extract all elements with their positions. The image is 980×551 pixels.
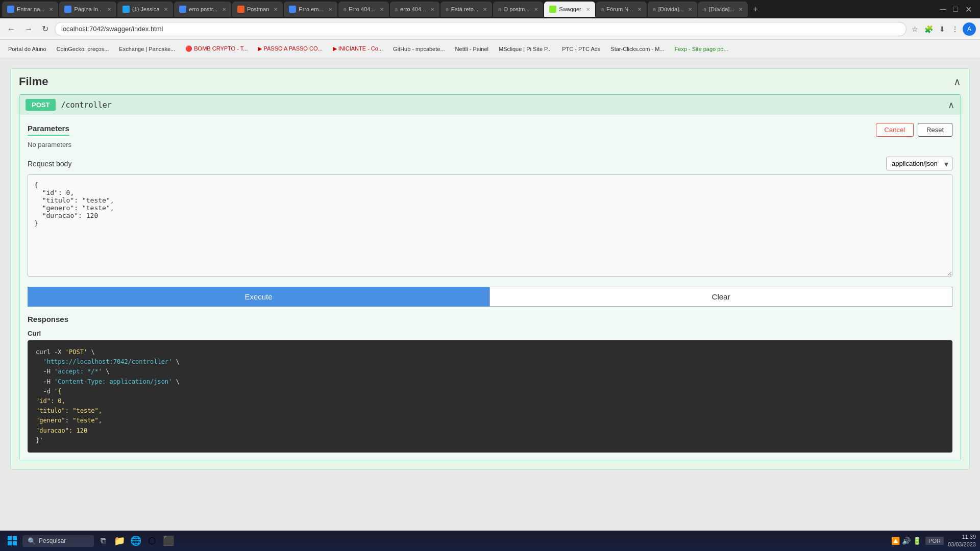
close-window-button[interactable]: ✕ [963,3,974,16]
tray-icons: 🔼 🔊 🔋 [891,537,921,545]
request-body-section: Request body application/json { "id": 0,… [28,157,952,279]
bookmarks-bar: Portal do Aluno CoinGecko: preços... Exc… [0,40,980,58]
maximize-button[interactable]: □ [951,3,960,16]
reload-button[interactable]: ↻ [39,22,52,36]
bookmark-star-button[interactable]: ☆ [910,23,920,35]
bookmark-starclicks[interactable]: Star-Clicks.com - M... [606,44,668,54]
tab-close-7[interactable]: ✕ [380,7,384,12]
bookmark-msclique[interactable]: MSclique | Pi Site P... [495,44,556,54]
battery-icon[interactable]: 🔋 [913,537,921,545]
bookmark-portal-aluno[interactable]: Portal do Aluno [4,44,51,54]
bookmark-iniciante[interactable]: ▶ INICIANTE - Co... [329,44,387,54]
tab-esta-reto[interactable]: a Está reto... ✕ [440,2,492,17]
downloads-button[interactable]: ⬇ [937,23,947,35]
address-bar[interactable]: localhost:7042/swagger/index.html [55,22,906,36]
params-header: Parameters Cancel Reset [28,123,952,137]
tab-close-10[interactable]: ✕ [534,7,538,12]
tab-erro-em[interactable]: Erro em... ✕ [284,2,337,17]
tab-close-3[interactable]: ✕ [164,7,168,12]
endpoint-collapse-icon[interactable]: ∧ [948,99,954,111]
tab-close-4[interactable]: ✕ [222,7,226,12]
tab-postman[interactable]: Postman ✕ [232,2,283,17]
bookmark-passo[interactable]: ▶ PASSO A PASSO CO... [254,44,326,54]
settings-button[interactable]: ⋮ [949,23,961,35]
tab-close-8[interactable]: ✕ [430,7,434,12]
tab-close[interactable]: ✕ [49,7,53,12]
swagger-filme-section: Filme ∧ POST /controller ∧ Parameters Ca… [10,68,970,470]
system-clock[interactable]: 11:39 03/03/2023 [948,533,976,549]
svg-rect-3 [13,541,17,545]
tab-forum[interactable]: a Fórum N... ✕ [596,2,647,17]
tab-jessica[interactable]: (1) Jessica ✕ [117,2,173,17]
tab-erro-postr[interactable]: erro postr... ✕ [174,2,231,17]
folder-icon: 📁 [114,535,125,546]
tab-erro404-2[interactable]: a erro 404... ✕ [390,2,440,17]
new-tab-button[interactable]: + [749,5,762,14]
req-body-title: Request body [28,160,71,168]
search-placeholder: Pesquisar [39,537,66,544]
swagger-section-header[interactable]: Filme ∧ [11,69,969,94]
json-body-editor[interactable]: { "id": 0, "titulo": "teste", "genero": … [28,174,952,277]
bookmark-bomb-crypto[interactable]: 🔴 BOMB CRYPTO - T... [181,44,252,54]
speaker-icon[interactable]: 🔊 [902,537,911,545]
params-title: Parameters [28,124,69,136]
tab-close-9[interactable]: ✕ [483,7,487,12]
reset-button[interactable]: Reset [918,123,952,137]
search-icon: 🔍 [28,537,36,545]
network-icon[interactable]: 🔼 [891,537,900,545]
tab-erro404-1[interactable]: a Erro 404... ✕ [338,2,389,17]
tab-close-6[interactable]: ✕ [328,7,332,12]
taskbar: 🔍 Pesquisar ⧉ 📁 🌐 ⬡ ⬛ 🔼 🔊 🔋 POR 11:39 03… [0,531,980,551]
vscode-button[interactable]: ⬡ [145,534,159,548]
bookmark-fexp[interactable]: Fexp - Site pago po... [670,44,732,54]
content-type-select[interactable]: application/json [886,157,952,170]
responses-section: Responses Curl curl -X 'POST' \ 'https:/… [28,315,952,453]
bookmark-coingecko[interactable]: CoinGecko: preços... [53,44,113,54]
clear-button[interactable]: Clear [489,287,952,307]
extensions-button[interactable]: 🧩 [922,23,935,35]
tab-pagina[interactable]: Página In... ✕ [59,2,116,17]
tab-close-12[interactable]: ✕ [638,7,642,12]
forward-button[interactable]: → [21,22,36,36]
taskview-button[interactable]: ⧉ [96,534,110,548]
browser-button[interactable]: 🌐 [129,534,143,548]
execute-button[interactable]: Execute [28,287,489,307]
terminal-icon: ⬛ [163,535,174,546]
responses-title: Responses [28,315,952,323]
tab-close-14[interactable]: ✕ [739,7,743,12]
bookmark-ptc[interactable]: PTC - PTC Ads [558,44,604,54]
svg-rect-2 [8,541,12,545]
language-badge[interactable]: POR [925,537,944,545]
bookmark-nettli[interactable]: Nettli - Painel [451,44,493,54]
profile-avatar[interactable]: A [963,22,976,36]
tab-o-postm[interactable]: a O postm... ✕ [493,2,543,17]
taskbar-search[interactable]: 🔍 Pesquisar [22,535,94,547]
no-params-text: No parameters [28,141,952,148]
tab-close-2[interactable]: ✕ [107,7,111,12]
tab-swagger[interactable]: Swagger ✕ [544,2,595,17]
system-tray: 🔼 🔊 🔋 POR 11:39 03/03/2023 [891,533,976,549]
powershell-button[interactable]: ⬛ [161,534,176,548]
minimize-button[interactable]: ─ [938,3,948,16]
svg-rect-1 [13,536,17,540]
curl-section: Curl curl -X 'POST' \ 'https://localhost… [28,330,952,453]
tab-duvida-1[interactable]: a [Dúvida]... ✕ [648,2,697,17]
method-badge-post: POST [26,99,56,111]
params-actions: Cancel Reset [876,123,952,137]
nav-right-icons: ☆ 🧩 ⬇ ⋮ A [910,22,976,36]
cancel-button[interactable]: Cancel [876,123,914,137]
tab-entrar[interactable]: Entrar na... ✕ [2,2,58,17]
bookmark-exchange[interactable]: Exchange | Pancake... [115,44,179,54]
tab-close-5[interactable]: ✕ [274,7,278,12]
endpoint-header[interactable]: POST /controller ∧ [19,95,961,115]
start-button[interactable] [4,533,20,549]
tab-close-11[interactable]: ✕ [586,7,590,12]
section-collapse-icon[interactable]: ∧ [953,76,961,88]
tab-duvida-2[interactable]: a [Dúvida]... ✕ [698,2,748,17]
tab-close-13[interactable]: ✕ [688,7,692,12]
clock-date: 03/03/2023 [948,541,976,548]
bookmark-github[interactable]: GitHub - mpcabete... [389,44,449,54]
req-body-header: Request body application/json [28,157,952,170]
file-explorer-button[interactable]: 📁 [112,534,127,548]
back-button[interactable]: ← [4,22,18,36]
